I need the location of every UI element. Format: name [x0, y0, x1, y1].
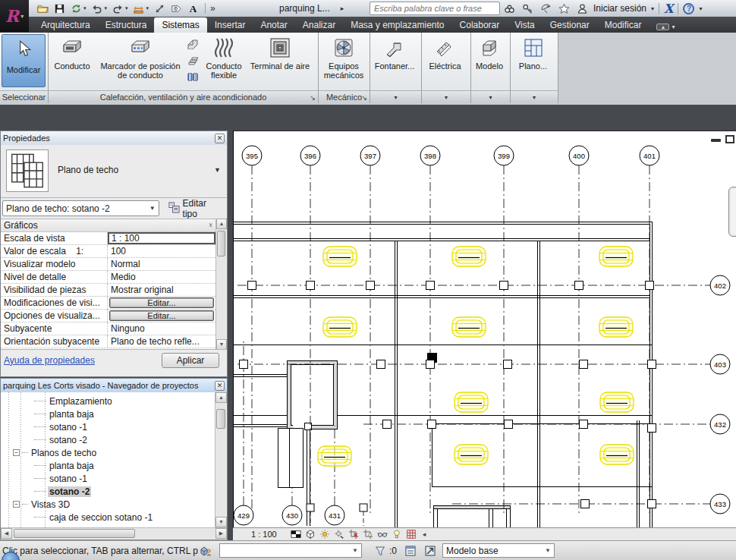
close-icon[interactable]: ✕ [215, 134, 225, 143]
exchange-apps-icon[interactable]: X [664, 2, 673, 16]
reveal-constraints-icon[interactable] [405, 529, 417, 540]
tree-item-vistas-3d[interactable]: −Vistas 3D [1, 498, 71, 511]
aligned-dimension-icon[interactable] [152, 2, 167, 15]
ceiling-plan-drawing[interactable]: 395 396 397 398 399 400 401 402 403 432 … [234, 131, 736, 527]
sun-path-icon[interactable] [319, 529, 331, 540]
search-icon[interactable] [502, 2, 516, 15]
property-value[interactable]: Normal [108, 258, 215, 270]
tab-masa-y-emplazamiento[interactable]: Masa y emplazamiento [343, 17, 451, 33]
grid-line-395[interactable]: 395 [242, 146, 262, 514]
scroll-right-icon[interactable]: ▶ [215, 528, 227, 539]
property-edit-button[interactable]: Editar... [109, 297, 214, 308]
property-value[interactable]: Plano de techo refle... [108, 335, 215, 348]
project-browser-title-bar[interactable]: parquing Les Corts visado - Navegador de… [1, 379, 227, 392]
post-marker[interactable] [360, 504, 367, 526]
tab-colaborar[interactable]: Colaborar [452, 17, 508, 33]
dialog-list-icon[interactable] [403, 544, 418, 558]
search-box[interactable] [370, 2, 500, 15]
ribbon-collapse-control[interactable]: ▲▾ [656, 24, 675, 30]
modelo-button[interactable]: Modelo [471, 33, 508, 89]
conducto-flexible-button[interactable]: Conducto flexible [200, 33, 247, 89]
light-fixture[interactable] [599, 317, 633, 337]
tab-anotar[interactable]: Anotar [253, 17, 294, 33]
browser-vertical-scrollbar[interactable]: ▲ ▼ [215, 392, 226, 527]
scroll-left-icon[interactable]: ◀ [1, 528, 12, 539]
light-fixture[interactable] [452, 317, 486, 337]
column-marker[interactable] [646, 282, 654, 290]
grid-line-400[interactable]: 400 [569, 146, 589, 514]
communication-center-icon[interactable] [539, 2, 552, 15]
close-icon[interactable]: ✕ [215, 381, 225, 391]
light-fixture[interactable] [323, 317, 357, 337]
duct-accessory-button[interactable] [185, 52, 200, 68]
properties-help-link[interactable]: Ayuda de propiedades [4, 355, 95, 366]
conducto-button[interactable]: Conducto [49, 33, 96, 89]
detail-level-icon[interactable] [290, 529, 302, 540]
column-marker[interactable] [500, 282, 508, 290]
tree-item-caja-de-seccion-sotano-1[interactable]: caja de seccion sotano -1 [1, 511, 154, 524]
reveal-hidden-elements-icon[interactable] [391, 529, 403, 540]
tree-item-emplazamiento[interactable]: Emplazamiento [1, 395, 114, 407]
post-marker[interactable] [307, 504, 314, 526]
tree-item-planta-baja[interactable]: planta baja [1, 407, 96, 420]
redo-icon[interactable] [110, 2, 125, 15]
minimize-view-icon[interactable] [711, 139, 721, 142]
measure-icon[interactable] [131, 2, 146, 15]
grid-line-399[interactable]: 399 [494, 146, 514, 514]
tree-item-sotano-1[interactable]: sotano -1 [1, 420, 89, 433]
tag-by-category-icon[interactable] [168, 2, 184, 15]
column-marker[interactable] [383, 420, 392, 429]
convert-to-flexible-button[interactable] [185, 69, 200, 84]
scrollbar-thumb[interactable] [14, 529, 135, 538]
chevron-down-icon[interactable]: ▼ [149, 205, 156, 212]
tab-sistemas[interactable]: Sistemas [154, 17, 206, 33]
tab-arquitectura[interactable]: Arquitectura [33, 17, 98, 33]
light-fixture[interactable] [318, 446, 351, 466]
edit-type-button[interactable]: Editar tipo [165, 197, 225, 221]
undo-icon[interactable] [90, 2, 105, 15]
light-fixture[interactable] [600, 392, 634, 412]
scroll-down-icon[interactable]: ▼ [216, 339, 227, 350]
mechanical-equipment-button[interactable]: Equipos mecánicos [319, 33, 369, 89]
grid-line-398[interactable]: 398 [420, 146, 440, 514]
light-fixture[interactable] [600, 445, 634, 464]
modify-button[interactable]: Modificar [2, 34, 46, 87]
tab-vista[interactable]: Vista [507, 17, 542, 33]
column-marker[interactable] [428, 420, 436, 429]
worksets-combo[interactable]: ▼ [219, 543, 362, 558]
marcador-de-posicion-de-conducto-button[interactable]: Marcador de posición de conducto [96, 33, 185, 89]
panel-dropdown-plano[interactable]: ▾ [511, 90, 558, 103]
tree-item-sotano-1[interactable]: sotano -1 [1, 472, 89, 485]
column-marker[interactable] [504, 360, 512, 369]
section-header-graficos[interactable]: Gráficos ☓ [1, 219, 215, 232]
chevron-down-icon[interactable]: ▾ [83, 5, 86, 11]
help-dropdown-icon[interactable]: ▾ [699, 5, 702, 12]
tab-insertar[interactable]: Insertar [207, 17, 253, 33]
grid-line-431[interactable]: 431 [325, 426, 344, 525]
save-icon[interactable] [52, 2, 67, 15]
tree-collapse-icon[interactable]: − [13, 501, 20, 508]
duct-fitting-button[interactable] [185, 36, 200, 51]
column-marker[interactable] [648, 500, 656, 508]
property-edit-button[interactable]: Editar... [109, 310, 214, 321]
panel-dropdown-electrica[interactable]: ▾ [422, 90, 470, 103]
apply-button[interactable]: Aplicar [162, 353, 219, 368]
column-marker[interactable] [648, 424, 656, 433]
column-marker[interactable] [366, 282, 375, 290]
column-marker[interactable] [248, 282, 256, 290]
grid-line-433[interactable]: 433 [452, 494, 730, 514]
temporary-hide-isolate-icon[interactable] [376, 529, 388, 540]
property-value[interactable]: Mostrar original [108, 284, 215, 296]
qat-overflow-icon[interactable]: » [210, 3, 215, 14]
visual-style-icon[interactable] [304, 529, 316, 540]
design-options-combo[interactable]: Modelo base ▼ [442, 543, 555, 558]
viewbar-more-icon[interactable]: ◂ [423, 530, 426, 538]
column-marker[interactable] [580, 360, 588, 369]
panel-label-mecanico[interactable]: Mecánico ↘ [319, 90, 370, 103]
sync-with-central-icon[interactable] [68, 2, 83, 15]
column-marker[interactable] [648, 360, 656, 369]
tree-item-planos-de-techo[interactable]: −Planos de techo [1, 446, 98, 459]
column-marker[interactable] [377, 360, 385, 369]
column-marker[interactable] [240, 360, 248, 369]
light-fixture[interactable] [323, 247, 357, 266]
